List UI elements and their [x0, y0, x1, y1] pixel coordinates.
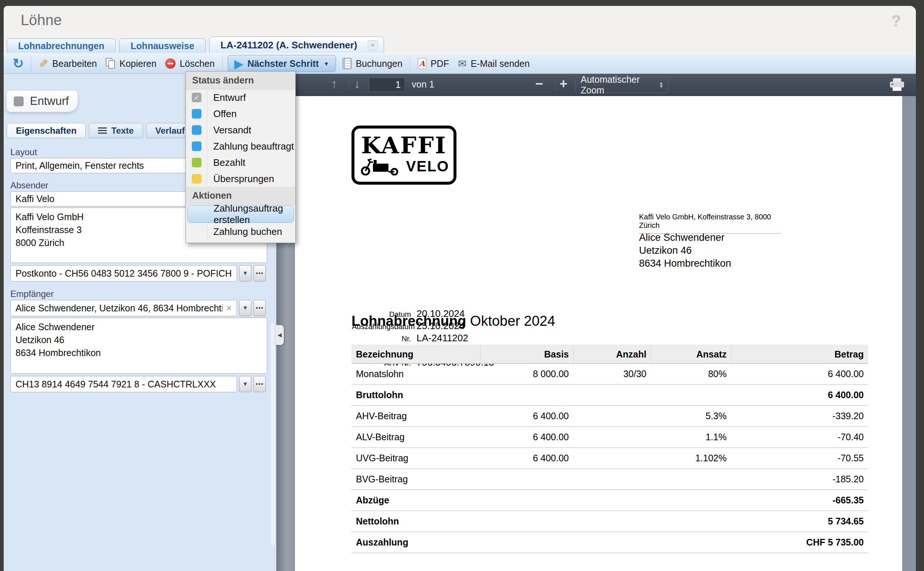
journal-icon — [343, 58, 351, 69]
sender-account-value: Postkonto - CH56 0483 5012 3456 7800 9 -… — [15, 268, 232, 279]
table-row: Monatslohn 8 000.00 30/30 80% 6 400.00 — [351, 364, 868, 385]
separator — [555, 79, 556, 91]
menu-item-zahlungsauftrag-erstellen[interactable]: Zahlungsauftrag erstellen — [187, 205, 294, 223]
recipient-account-row: CH13 8914 4649 7544 7921 8 - CASHCTRLXXX… — [10, 376, 266, 392]
text-lines-icon — [98, 127, 107, 134]
content-area: Entwurf Eigenschaften Texte Verlauf Layo… — [4, 74, 916, 571]
yellow-status-icon — [192, 174, 201, 184]
recipient-account-value: CH13 8914 4649 7544 7921 8 - CASHCTRLXXX — [15, 379, 232, 390]
copy-icon — [106, 58, 115, 69]
recipient-account-dropdown-button[interactable]: ▼ — [239, 376, 251, 392]
send-email-button[interactable]: ✉ E-Mail senden — [453, 55, 534, 72]
layout-label: Layout — [10, 147, 37, 157]
panel-scrollbar[interactable] — [271, 324, 275, 545]
table-row: Abzüge -665.35 — [351, 490, 868, 511]
document-recipient-address: Alice Schwendener Uetzikon 46 8634 Hombr… — [639, 231, 731, 270]
sender-account-dropdown-button[interactable]: ▼ — [239, 265, 251, 281]
sender-label: Absender — [10, 180, 48, 191]
print-icon[interactable] — [890, 78, 904, 92]
tab-label: Lohnausweise — [130, 41, 194, 51]
action-item-list: Zahlungsauftrag erstellen Zahlung buchen — [186, 205, 295, 240]
recipient-row: Alice Schwendener, Uetzikon 46, 8634 Hom… — [10, 300, 266, 316]
menu-item-zahlung-buchen[interactable]: Zahlung buchen — [186, 224, 295, 240]
recipient-more-button[interactable]: ••• — [254, 300, 266, 316]
col-ansatz: Ansatz — [651, 344, 731, 364]
tab-label: Verlauf — [155, 126, 185, 136]
recipient-account-select[interactable]: CH13 8914 4649 7544 7921 8 - CASHCTRLXXX — [10, 376, 237, 392]
green-status-icon — [192, 158, 201, 167]
recipient-account-more-button[interactable]: ••• — [254, 376, 266, 392]
tab-label: Lohnabrechnungen — [18, 41, 104, 51]
pdf-toolbar: ↑ ↓ 1 von 1 − + Automatischer Zoom ▲▼ — [295, 74, 916, 96]
payslip-table: Bezeichnung Basis Anzahl Ansatz Betrag M… — [351, 344, 868, 553]
pencil-icon: ✎ — [39, 57, 48, 70]
page-up-icon[interactable]: ↑ — [331, 77, 337, 91]
menu-item-zahlung-beauftragt[interactable]: Zahlung beauftragt — [186, 138, 295, 154]
close-icon[interactable]: × — [368, 40, 378, 50]
recipient-address-textarea[interactable]: Alice Schwendener Uetzikon 46 8634 Hombr… — [10, 318, 267, 374]
tab-label: LA-2411202 (A. Schwendener) — [221, 40, 358, 51]
tab-eigenschaften[interactable]: Eigenschaften — [7, 123, 86, 138]
menu-item-offen[interactable]: Offen — [186, 106, 295, 122]
chevron-down-icon: ▼ — [243, 305, 248, 311]
toolbar-separator — [31, 57, 31, 71]
menu-item-versandt[interactable]: Versandt — [186, 122, 295, 138]
sender-account-row: Postkonto - CH56 0483 5012 3456 7800 9 -… — [10, 265, 266, 281]
tab-payslip-active[interactable]: LA-2411202 (A. Schwendener) × — [209, 37, 384, 53]
copy-button[interactable]: Kopieren — [101, 55, 161, 72]
help-icon[interactable]: ? — [891, 12, 901, 30]
menu-item-entwurf[interactable]: ✓ Entwurf — [186, 90, 295, 106]
blue-status-icon — [192, 109, 201, 119]
send-email-label: E-Mail senden — [471, 59, 529, 69]
recipient-select[interactable]: Alice Schwendener, Uetzikon 46, 8634 Hom… — [10, 300, 237, 316]
chevron-down-icon: ▼ — [243, 270, 248, 277]
pdf-viewer: ↑ ↓ 1 von 1 − + Automatischer Zoom ▲▼ — [295, 74, 916, 571]
toolbar: ↻ ✎ Bearbeiten Kopieren Löschen ▶ Nächst… — [4, 53, 916, 74]
tab-texte[interactable]: Texte — [89, 123, 143, 138]
tab-lohnausweise[interactable]: Lohnausweise — [119, 39, 206, 53]
table-row: Nettolohn 5 734.65 — [351, 511, 868, 532]
edit-button[interactable]: ✎ Bearbeiten — [34, 55, 101, 72]
company-logo: KAFFI VELO — [351, 126, 457, 185]
recipient-dropdown-button[interactable]: ▼ — [239, 300, 251, 316]
recipient-value: Alice Schwendener, Uetzikon 46, 8634 Hom… — [15, 303, 223, 313]
menu-item-uebersprungen[interactable]: Übersprungen — [186, 171, 295, 187]
panel-tabs: Eigenschaften Texte Verlauf — [7, 123, 194, 138]
zoom-in-button[interactable]: + — [560, 76, 567, 92]
zoom-mode-select[interactable]: Automatischer Zoom ▲▼ — [576, 77, 669, 93]
page-number-input[interactable]: 1 — [369, 77, 405, 92]
zoom-out-button[interactable]: − — [535, 76, 543, 92]
copy-label: Kopieren — [119, 59, 156, 69]
app-header: Löhne ? — [4, 6, 916, 36]
sender-account-select[interactable]: Postkonto - CH56 0483 5012 3456 7800 9 -… — [10, 265, 237, 281]
table-header-row: Bezeichnung Basis Anzahl Ansatz Betrag — [351, 344, 868, 364]
bookings-label: Buchungen — [356, 59, 402, 69]
status-badge: Entwurf — [7, 91, 77, 112]
collapse-panel-handle[interactable]: ◀ — [275, 325, 284, 345]
blue-status-icon — [192, 125, 201, 135]
zoom-mode-value: Automatischer Zoom — [580, 74, 659, 96]
pdf-button[interactable]: A PDF — [413, 55, 453, 72]
table-row: BVG-Beitrag -185.20 — [351, 469, 868, 490]
delete-icon — [165, 59, 176, 69]
refresh-button[interactable]: ↻ — [8, 55, 28, 72]
menu-item-bezahlt[interactable]: Bezahlt — [186, 154, 295, 171]
pdf-file-icon: A — [418, 58, 427, 69]
menu-section-status: Status ändern — [186, 72, 295, 90]
tab-lohnabrechnungen[interactable]: Lohnabrechnungen — [7, 39, 116, 53]
logo-text-kaffi: KAFFI — [361, 135, 447, 157]
page-down-icon[interactable]: ↓ — [354, 77, 361, 91]
bookings-button[interactable]: Buchungen — [338, 55, 407, 72]
next-step-button[interactable]: ▶ Nächster Schritt ▼ — [228, 55, 336, 72]
toolbar-separator — [410, 57, 410, 71]
blue-status-icon — [192, 142, 201, 151]
document-title-main: Lohnabrechnung — [351, 313, 466, 329]
table-row: Auszahlung CHF 5 735.00 — [351, 532, 868, 553]
edit-label: Bearbeiten — [52, 59, 97, 69]
app-window: Löhne ? Lohnabrechnungen Lohnausweise LA… — [4, 6, 916, 571]
sender-account-more-button[interactable]: ••• — [254, 265, 266, 281]
next-step-dropdown-menu: Status ändern ✓ Entwurf Offen Versandt Z… — [186, 71, 296, 243]
document-title: Lohnabrechnung Oktober 2024 — [351, 313, 555, 329]
clear-icon[interactable]: × — [226, 302, 232, 314]
delete-button[interactable]: Löschen — [161, 55, 219, 72]
